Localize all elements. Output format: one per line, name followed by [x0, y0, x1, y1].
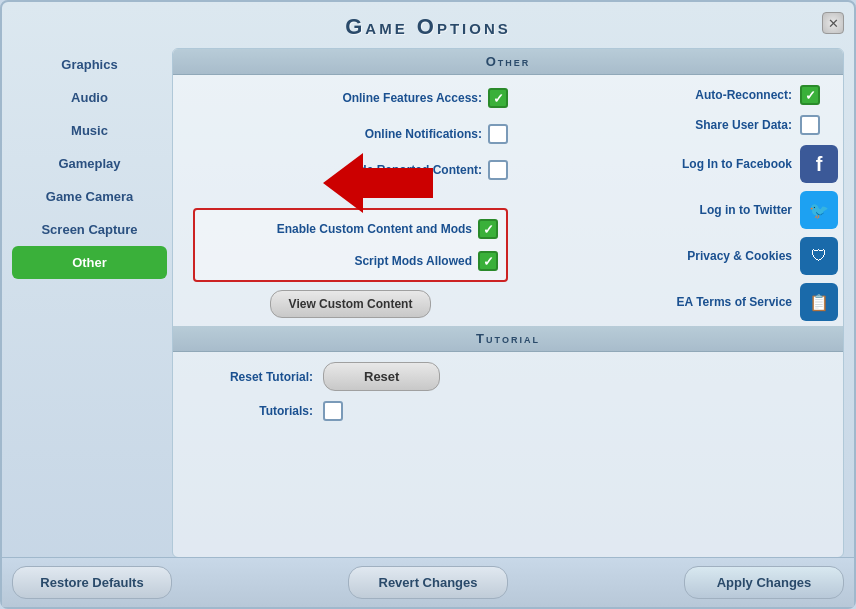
apply-changes-button[interactable]: Apply Changes [684, 566, 844, 599]
title-bar: Game Options ✕ [2, 2, 854, 48]
online-notifications-label: Online Notifications: [365, 127, 482, 141]
reset-tutorial-row: Reset Tutorial: Reset [193, 362, 823, 391]
close-button[interactable]: ✕ [822, 12, 844, 34]
facebook-icon: f [816, 153, 823, 176]
other-section-header: Other [173, 49, 843, 75]
script-mods-row: Script Mods Allowed [203, 248, 498, 274]
online-features-row: Online Features Access: [178, 85, 508, 111]
tutorials-row: Tutorials: [193, 401, 823, 421]
ea-terms-button[interactable]: 📋 [800, 283, 838, 321]
enable-custom-content-row: Enable Custom Content and Mods [203, 216, 498, 242]
right-options-col: Auto-Reconnect: Share User Data: Log In … [508, 85, 838, 321]
auto-reconnect-row: Auto-Reconnect: [523, 85, 838, 105]
game-options-window: Game Options ✕ Graphics Audio Music Game… [0, 0, 856, 609]
restore-defaults-button[interactable]: Restore Defaults [12, 566, 172, 599]
share-user-data-row: Share User Data: [523, 115, 838, 135]
red-arrow-indicator [323, 153, 433, 217]
view-custom-content-button[interactable]: View Custom Content [270, 290, 432, 318]
privacy-cookies-row: Privacy & Cookies 🛡 [523, 237, 838, 275]
online-notifications-checkbox[interactable] [488, 124, 508, 144]
sidebar-item-music[interactable]: Music [12, 114, 167, 147]
enable-custom-content-checkbox[interactable] [478, 219, 498, 239]
facebook-login-label: Log In to Facebook [533, 157, 792, 171]
facebook-login-row: Log In to Facebook f [523, 145, 838, 183]
hide-reported-checkbox[interactable] [488, 160, 508, 180]
ea-terms-label: EA Terms of Service [533, 295, 792, 309]
twitter-login-button[interactable]: 🐦 [800, 191, 838, 229]
shield-icon: 🛡 [811, 247, 827, 265]
tutorial-section: Reset Tutorial: Reset Tutorials: [173, 352, 843, 441]
document-icon: 📋 [809, 293, 829, 312]
online-features-checkbox[interactable] [488, 88, 508, 108]
script-mods-checkbox[interactable] [478, 251, 498, 271]
facebook-login-button[interactable]: f [800, 145, 838, 183]
window-title: Game Options [2, 14, 854, 40]
reset-tutorial-button[interactable]: Reset [323, 362, 440, 391]
tutorials-checkbox[interactable] [323, 401, 343, 421]
sidebar-item-screen-capture[interactable]: Screen Capture [12, 213, 167, 246]
reset-tutorial-label: Reset Tutorial: [193, 370, 313, 384]
sidebar-item-game-camera[interactable]: Game Camera [12, 180, 167, 213]
ea-terms-row: EA Terms of Service 📋 [523, 283, 838, 321]
privacy-cookies-button[interactable]: 🛡 [800, 237, 838, 275]
tutorial-section-header: Tutorial [173, 326, 843, 352]
twitter-login-label: Log in to Twitter [533, 203, 792, 217]
privacy-cookies-label: Privacy & Cookies [533, 249, 792, 263]
tutorials-label: Tutorials: [193, 404, 313, 418]
revert-changes-button[interactable]: Revert Changes [348, 566, 508, 599]
enable-custom-content-label: Enable Custom Content and Mods [277, 222, 472, 236]
sidebar: Graphics Audio Music Gameplay Game Camer… [12, 48, 167, 558]
share-user-data-label: Share User Data: [533, 118, 792, 132]
main-panel: Other Online Features Access: Online Not… [172, 48, 844, 558]
twitter-icon: 🐦 [809, 201, 829, 220]
sidebar-item-audio[interactable]: Audio [12, 81, 167, 114]
content-area: Graphics Audio Music Gameplay Game Camer… [12, 48, 844, 558]
share-user-data-checkbox[interactable] [800, 115, 820, 135]
bottom-bar: Restore Defaults Revert Changes Apply Ch… [2, 557, 854, 607]
auto-reconnect-checkbox[interactable] [800, 85, 820, 105]
sidebar-item-other[interactable]: Other [12, 246, 167, 279]
online-features-label: Online Features Access: [342, 91, 482, 105]
sidebar-item-gameplay[interactable]: Gameplay [12, 147, 167, 180]
twitter-login-row: Log in to Twitter 🐦 [523, 191, 838, 229]
sidebar-item-graphics[interactable]: Graphics [12, 48, 167, 81]
script-mods-label: Script Mods Allowed [354, 254, 472, 268]
svg-marker-0 [323, 153, 433, 213]
auto-reconnect-label: Auto-Reconnect: [533, 88, 792, 102]
left-options-col: Online Features Access: Online Notificat… [178, 85, 508, 321]
custom-content-highlight-box: Enable Custom Content and Mods Script Mo… [193, 208, 508, 282]
online-notifications-row: Online Notifications: [178, 121, 508, 147]
